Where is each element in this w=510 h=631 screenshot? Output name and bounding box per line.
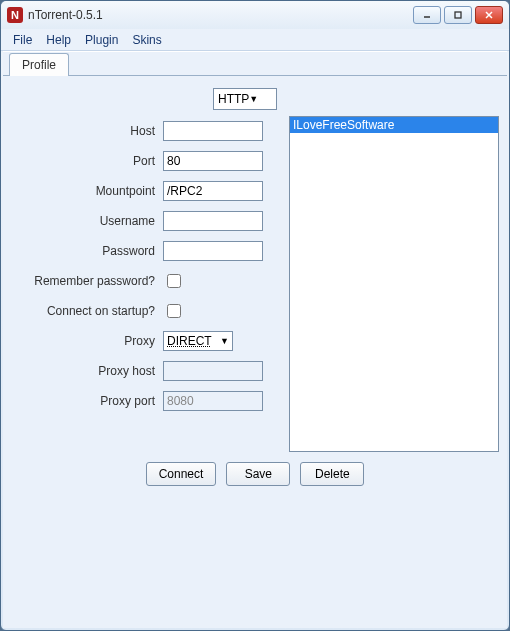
content-area: Profile HTTP ▼ Host P [3, 51, 507, 628]
save-button[interactable]: Save [226, 462, 290, 486]
username-input[interactable] [163, 211, 263, 231]
host-label: Host [11, 124, 163, 138]
chevron-down-icon: ▼ [220, 336, 229, 346]
proxy-select[interactable]: DIRECT ▼ [163, 331, 233, 351]
profile-pane: HTTP ▼ Host Port Mountpo [3, 76, 507, 494]
remember-label: Remember password? [11, 274, 163, 288]
chevron-down-icon: ▼ [249, 94, 272, 104]
startup-checkbox[interactable] [167, 304, 181, 318]
menu-plugin[interactable]: Plugin [79, 31, 124, 49]
startup-label: Connect on startup? [11, 304, 163, 318]
remember-checkbox[interactable] [167, 274, 181, 288]
port-input[interactable] [163, 151, 263, 171]
delete-button[interactable]: Delete [300, 462, 364, 486]
proxy-value: DIRECT [167, 334, 220, 348]
close-button[interactable] [475, 6, 503, 24]
profiles-listbox[interactable]: ILoveFreeSoftware [289, 116, 499, 452]
maximize-icon [453, 10, 463, 20]
tab-profile[interactable]: Profile [9, 53, 69, 76]
proxy-port-label: Proxy port [11, 394, 163, 408]
password-input[interactable] [163, 241, 263, 261]
button-row: Connect Save Delete [11, 462, 499, 486]
close-icon [484, 10, 494, 20]
form-column: Host Port Mountpoint Username [11, 116, 281, 452]
menu-file[interactable]: File [7, 31, 38, 49]
password-label: Password [11, 244, 163, 258]
minimize-icon [422, 10, 432, 20]
minimize-button[interactable] [413, 6, 441, 24]
menu-help[interactable]: Help [40, 31, 77, 49]
window-controls [413, 6, 503, 24]
titlebar[interactable]: N nTorrent-0.5.1 [1, 1, 509, 29]
port-label: Port [11, 154, 163, 168]
window-title: nTorrent-0.5.1 [28, 8, 413, 22]
app-window: N nTorrent-0.5.1 File Help Plugin Skins … [0, 0, 510, 631]
menubar: File Help Plugin Skins [1, 29, 509, 51]
connect-button[interactable]: Connect [146, 462, 217, 486]
proxy-port-input [163, 391, 263, 411]
protocol-select[interactable]: HTTP ▼ [213, 88, 277, 110]
tabstrip: Profile [3, 52, 507, 76]
menu-skins[interactable]: Skins [126, 31, 167, 49]
host-input[interactable] [163, 121, 263, 141]
svg-rect-1 [455, 12, 461, 18]
mountpoint-input[interactable] [163, 181, 263, 201]
list-item[interactable]: ILoveFreeSoftware [290, 117, 498, 133]
maximize-button[interactable] [444, 6, 472, 24]
username-label: Username [11, 214, 163, 228]
app-icon: N [7, 7, 23, 23]
proxy-host-input [163, 361, 263, 381]
protocol-value: HTTP [218, 92, 249, 106]
mountpoint-label: Mountpoint [11, 184, 163, 198]
proxy-host-label: Proxy host [11, 364, 163, 378]
proxy-label: Proxy [11, 334, 163, 348]
